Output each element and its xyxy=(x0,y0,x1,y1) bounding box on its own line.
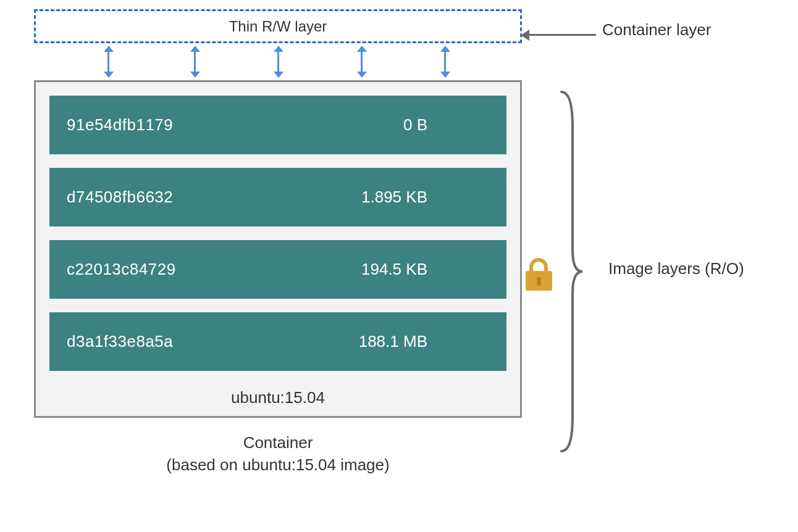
layer-size: 0 B xyxy=(403,115,489,135)
layer-hash: c22013c84729 xyxy=(67,260,176,279)
layer-size: 1.895 KB xyxy=(361,188,489,207)
layer-hash: d74508fb6632 xyxy=(67,188,173,207)
double-arrow-icon xyxy=(195,46,195,78)
image-layers-label: Image layers (R/O) xyxy=(608,259,744,278)
layer-size: 194.5 KB xyxy=(361,260,489,279)
image-layer: c22013c84729 194.5 KB xyxy=(49,240,506,299)
double-arrow-icon xyxy=(361,46,362,78)
brace-icon xyxy=(559,89,584,454)
svg-rect-1 xyxy=(537,277,541,286)
arrow-left-icon xyxy=(528,34,596,36)
caption-line-2: (based on ubuntu:15.04 image) xyxy=(34,454,522,476)
layer-hash: 91e54dfb1179 xyxy=(67,115,173,135)
image-layer: d74508fb6632 1.895 KB xyxy=(49,168,506,227)
image-layer: 91e54dfb1179 0 B xyxy=(49,96,506,154)
double-arrow-icon xyxy=(108,46,109,78)
container-layer-label: Container layer xyxy=(602,20,711,39)
layer-size: 188.1 MB xyxy=(359,332,489,351)
thin-rw-layer: Thin R/W layer xyxy=(34,9,522,43)
image-tag: ubuntu:15.04 xyxy=(49,384,506,411)
double-arrow-icon xyxy=(278,46,279,78)
layer-hash: d3a1f33e8a5a xyxy=(67,332,173,351)
caption-line-1: Container xyxy=(34,431,522,454)
rw-image-arrows xyxy=(34,43,522,80)
image-layer: d3a1f33e8a5a 188.1 MB xyxy=(49,312,506,371)
image-layers-box: 91e54dfb1179 0 B d74508fb6632 1.895 KB c… xyxy=(34,80,522,418)
diagram-caption: Container (based on ubuntu:15.04 image) xyxy=(34,431,522,476)
thin-rw-label: Thin R/W layer xyxy=(229,18,327,35)
diagram-stage: Thin R/W layer 91e54dfb1179 0 B d74508fb… xyxy=(34,9,775,476)
double-arrow-icon xyxy=(445,46,445,78)
lock-icon xyxy=(522,256,556,293)
